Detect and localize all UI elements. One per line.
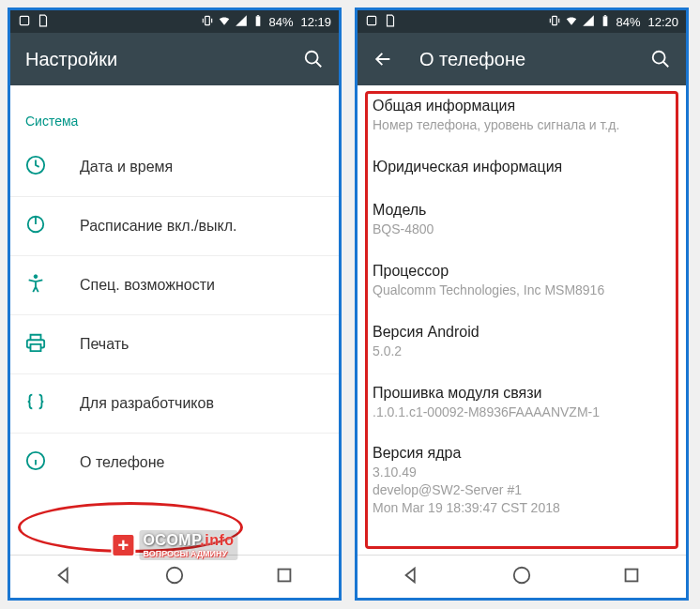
svg-rect-1	[205, 16, 210, 24]
power-icon	[25, 214, 46, 238]
item-print[interactable]: Печать	[10, 315, 339, 374]
info-title: Процессор	[373, 263, 671, 280]
about-list: Общая информация Номер телефона, уровень…	[358, 85, 686, 555]
back-arrow[interactable]	[373, 49, 393, 69]
sd-icon	[384, 14, 397, 30]
battery-percent: 84%	[268, 15, 293, 29]
svg-rect-12	[553, 16, 557, 24]
item-label: О телефоне	[80, 454, 164, 471]
recent-button[interactable]	[274, 565, 295, 589]
screenshot-icon	[18, 14, 31, 30]
item-developer[interactable]: Для разработчиков	[10, 374, 339, 434]
info-title: Версия Android	[373, 324, 671, 341]
item-baseband[interactable]: Прошивка модуля связи .1.0.1.c1-00092-M8…	[373, 373, 671, 434]
status-bar: 84% 12:19	[10, 10, 339, 33]
app-title: О телефоне	[419, 49, 525, 70]
item-power-schedule[interactable]: Расписание вкл./выкл.	[10, 197, 339, 256]
signal-icon	[235, 14, 248, 30]
watermark-plus-icon: +	[111, 533, 135, 557]
clock-icon	[25, 155, 46, 179]
item-accessibility[interactable]: Спец. возможности	[10, 256, 339, 315]
status-bar: 84% 12:20	[358, 10, 686, 33]
sd-icon	[37, 14, 50, 30]
settings-list: Система Дата и время Расписание вкл./вык…	[10, 85, 339, 555]
battery-percent: 84%	[616, 15, 640, 29]
info-sub: 3.10.49 develop@SW2-Server #1 Mon Mar 19…	[373, 464, 671, 517]
svg-rect-10	[278, 569, 290, 581]
home-button[interactable]	[511, 565, 532, 589]
item-kernel[interactable]: Версия ядра 3.10.49 develop@SW2-Server #…	[373, 433, 671, 529]
svg-rect-0	[20, 16, 28, 24]
nav-bar	[10, 555, 339, 598]
screenshot-icon	[365, 14, 378, 30]
info-sub: Qualcomm Technologies, Inc MSM8916	[373, 282, 671, 299]
svg-rect-13	[603, 16, 608, 25]
item-label: Печать	[80, 336, 129, 353]
app-bar: Настройки	[10, 33, 339, 85]
info-title: Версия ядра	[373, 445, 671, 462]
svg-point-9	[167, 567, 183, 583]
wifi-icon	[218, 14, 231, 30]
back-button[interactable]	[54, 565, 75, 589]
info-sub: 5.0.2	[373, 343, 671, 360]
battery-icon	[251, 14, 265, 30]
svg-rect-3	[257, 15, 259, 16]
vibrate-icon	[201, 14, 214, 30]
search-button[interactable]	[303, 49, 324, 69]
battery-icon	[599, 14, 612, 30]
print-icon	[25, 332, 46, 357]
item-general-info[interactable]: Общая информация Номер телефона, уровень…	[373, 85, 671, 146]
nav-bar	[358, 555, 686, 598]
app-title: Настройки	[25, 49, 117, 70]
wifi-icon	[565, 14, 578, 30]
signal-icon	[582, 14, 595, 30]
item-android-version[interactable]: Версия Android 5.0.2	[373, 312, 671, 373]
item-processor[interactable]: Процессор Qualcomm Technologies, Inc MSM…	[373, 251, 671, 312]
app-bar: О телефоне	[358, 33, 686, 85]
watermark: + OCOMP.info ВОПРОСЫ АДМИНУ	[111, 530, 237, 560]
info-icon	[25, 450, 46, 475]
item-legal[interactable]: Юридическая информация	[373, 146, 671, 190]
svg-point-7	[34, 275, 38, 279]
section-header-system: Система	[10, 85, 339, 138]
svg-rect-11	[367, 16, 375, 24]
braces-icon	[25, 391, 46, 416]
svg-rect-17	[625, 569, 637, 581]
item-label: Для разработчиков	[80, 395, 214, 412]
svg-rect-14	[604, 15, 606, 16]
back-button[interactable]	[402, 565, 422, 589]
phone-right: 84% 12:20 О телефоне Общая информация Но…	[355, 8, 689, 601]
svg-point-15	[653, 52, 665, 64]
recent-button[interactable]	[621, 565, 642, 589]
info-sub: .1.0.1.c1-00092-M8936FAAAANVZM-1	[373, 403, 671, 421]
vibrate-icon	[548, 14, 561, 30]
svg-point-16	[514, 567, 530, 583]
item-label: Дата и время	[80, 159, 173, 175]
item-label: Спец. возможности	[80, 277, 215, 294]
item-about-phone[interactable]: О телефоне	[10, 434, 339, 492]
item-label: Расписание вкл./выкл.	[80, 218, 237, 235]
clock: 12:19	[300, 15, 331, 29]
clock: 12:20	[647, 15, 678, 29]
info-title: Общая информация	[373, 98, 671, 114]
info-sub: BQS-4800	[373, 221, 671, 238]
svg-point-4	[306, 52, 318, 64]
info-title: Юридическая информация	[373, 159, 671, 175]
info-sub: Номер телефона, уровень сигнала и т.д.	[373, 116, 671, 134]
home-button[interactable]	[164, 565, 185, 589]
phone-left: 84% 12:19 Настройки Система Дата и время…	[8, 8, 342, 601]
info-title: Модель	[373, 202, 671, 219]
info-title: Прошивка модуля связи	[373, 385, 671, 402]
item-date-time[interactable]: Дата и время	[10, 138, 339, 197]
search-button[interactable]	[650, 49, 671, 69]
accessibility-icon	[25, 273, 46, 297]
svg-rect-2	[256, 16, 261, 25]
item-model[interactable]: Модель BQS-4800	[373, 190, 671, 251]
